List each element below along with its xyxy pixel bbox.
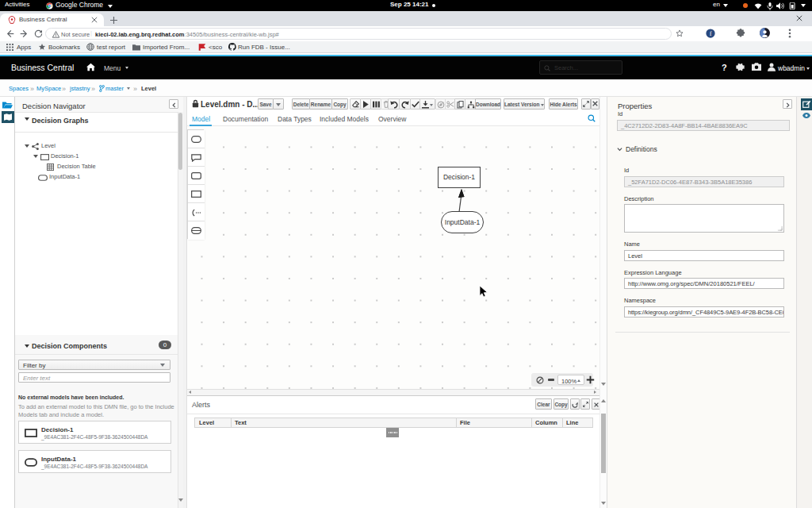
svg-text:f: f xyxy=(710,30,712,37)
